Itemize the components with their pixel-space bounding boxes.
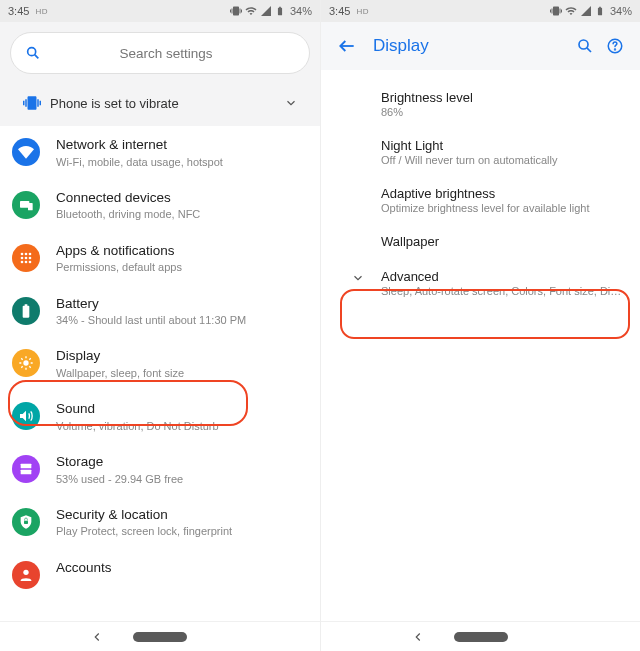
svg-line-20 bbox=[587, 48, 591, 52]
item-title: Wallpaper bbox=[381, 234, 626, 249]
display-item[interactable]: Night LightOff / Will never turn on auto… bbox=[321, 128, 640, 176]
item-title: Security & location bbox=[56, 506, 306, 524]
status-hd: HD bbox=[356, 7, 369, 16]
item-title: Battery bbox=[56, 295, 306, 313]
settings-item-sound[interactable]: SoundVolume, vibration, Do Not Disturb bbox=[0, 390, 320, 443]
item-subtitle: 53% used - 29.94 GB free bbox=[56, 472, 306, 486]
storage-icon bbox=[12, 455, 40, 483]
nav-back-button[interactable] bbox=[411, 630, 425, 644]
svg-point-13 bbox=[23, 361, 28, 366]
help-button[interactable] bbox=[600, 31, 630, 61]
svg-point-17 bbox=[23, 569, 28, 574]
page-title: Display bbox=[373, 36, 570, 56]
item-title: Connected devices bbox=[56, 189, 306, 207]
settings-item-display[interactable]: DisplayWallpaper, sleep, font size bbox=[0, 337, 320, 390]
display-item[interactable]: Brightness level86% bbox=[321, 80, 640, 128]
settings-list: Network & internetWi-Fi, mobile, data us… bbox=[0, 126, 320, 621]
chevron-down-icon bbox=[351, 269, 381, 285]
nav-bar bbox=[0, 621, 320, 651]
display-icon bbox=[12, 349, 40, 377]
item-subtitle: Permissions, default apps bbox=[56, 260, 306, 274]
svg-point-0 bbox=[28, 48, 36, 56]
display-settings-screen: 3:45 HD 34% Display Brightness level86%N… bbox=[320, 0, 640, 651]
svg-rect-15 bbox=[21, 470, 32, 475]
status-hd: HD bbox=[35, 7, 48, 16]
search-button[interactable] bbox=[570, 31, 600, 61]
svg-rect-14 bbox=[21, 464, 32, 469]
svg-rect-3 bbox=[28, 203, 33, 210]
app-bar: Display bbox=[321, 22, 640, 70]
wifi-icon bbox=[12, 138, 40, 166]
item-title: Accounts bbox=[56, 559, 306, 577]
status-bar: 3:45 HD 34% bbox=[321, 0, 640, 22]
signal-icon bbox=[260, 5, 272, 17]
settings-item-security[interactable]: Security & locationPlay Protect, screen … bbox=[0, 496, 320, 549]
item-subtitle: Play Protect, screen lock, fingerprint bbox=[56, 524, 306, 538]
wifi-icon bbox=[245, 5, 257, 17]
battery-icon bbox=[275, 5, 285, 17]
search-input[interactable]: Search settings bbox=[10, 32, 310, 74]
item-title: Night Light bbox=[381, 138, 626, 153]
vibrate-label: Phone is set to vibrate bbox=[50, 96, 284, 111]
nav-back-button[interactable] bbox=[90, 630, 104, 644]
item-title: Display bbox=[56, 347, 306, 365]
nav-home-pill[interactable] bbox=[133, 632, 187, 642]
status-clock: 3:45 bbox=[8, 5, 29, 17]
display-item[interactable]: Adaptive brightnessOptimize brightness l… bbox=[321, 176, 640, 224]
svg-rect-16 bbox=[24, 521, 28, 524]
svg-point-10 bbox=[21, 260, 24, 263]
display-item[interactable]: Wallpaper bbox=[321, 224, 640, 259]
svg-line-1 bbox=[35, 55, 39, 59]
item-title: Apps & notifications bbox=[56, 242, 306, 260]
item-subtitle: Sleep, Auto-rotate screen, Colors, Font … bbox=[381, 285, 626, 297]
settings-item-apps[interactable]: Apps & notificationsPermissions, default… bbox=[0, 232, 320, 285]
display-item-advanced[interactable]: AdvancedSleep, Auto-rotate screen, Color… bbox=[321, 259, 640, 307]
vibrate-banner[interactable]: Phone is set to vibrate bbox=[10, 80, 310, 126]
status-bar: 3:45 HD 34% bbox=[0, 0, 320, 22]
item-title: Sound bbox=[56, 400, 306, 418]
nav-home-pill[interactable] bbox=[454, 632, 508, 642]
item-title: Storage bbox=[56, 453, 306, 471]
vibrate-icon bbox=[230, 5, 242, 17]
back-button[interactable] bbox=[331, 30, 363, 62]
settings-item-storage[interactable]: Storage53% used - 29.94 GB free bbox=[0, 443, 320, 496]
settings-main-screen: 3:45 HD 34% Search settings Phone is set… bbox=[0, 0, 320, 651]
vibrate-icon bbox=[550, 5, 562, 17]
item-subtitle: 34% - Should last until about 11:30 PM bbox=[56, 313, 306, 327]
security-icon bbox=[12, 508, 40, 536]
svg-point-19 bbox=[579, 40, 588, 49]
svg-point-4 bbox=[21, 252, 24, 255]
battery-percent: 34% bbox=[290, 5, 312, 17]
svg-rect-2 bbox=[20, 201, 29, 208]
devices-icon bbox=[12, 191, 40, 219]
item-title: Brightness level bbox=[381, 90, 626, 105]
display-options-list: Brightness level86%Night LightOff / Will… bbox=[321, 70, 640, 621]
wifi-icon bbox=[565, 5, 577, 17]
settings-item-devices[interactable]: Connected devicesBluetooth, driving mode… bbox=[0, 179, 320, 232]
svg-point-6 bbox=[29, 252, 32, 255]
nav-bar bbox=[321, 621, 640, 651]
battery-percent: 34% bbox=[610, 5, 632, 17]
status-icons: 34% bbox=[550, 5, 632, 17]
status-clock: 3:45 bbox=[329, 5, 350, 17]
chevron-down-icon bbox=[284, 96, 306, 110]
item-subtitle: Wi-Fi, mobile, data usage, hotspot bbox=[56, 155, 306, 169]
svg-point-22 bbox=[615, 49, 616, 50]
svg-point-8 bbox=[25, 256, 28, 259]
settings-item-accounts[interactable]: Accounts bbox=[0, 549, 320, 599]
item-subtitle: Off / Will never turn on automatically bbox=[381, 154, 626, 166]
svg-point-11 bbox=[25, 260, 28, 263]
settings-item-wifi[interactable]: Network & internetWi-Fi, mobile, data us… bbox=[0, 126, 320, 179]
battery-icon bbox=[12, 297, 40, 325]
item-subtitle: Bluetooth, driving mode, NFC bbox=[56, 207, 306, 221]
vibrate-icon bbox=[14, 94, 50, 112]
settings-item-battery[interactable]: Battery34% - Should last until about 11:… bbox=[0, 285, 320, 338]
item-title: Adaptive brightness bbox=[381, 186, 626, 201]
signal-icon bbox=[580, 5, 592, 17]
accounts-icon bbox=[12, 561, 40, 589]
item-subtitle: Optimize brightness level for available … bbox=[381, 202, 626, 214]
svg-point-9 bbox=[29, 256, 32, 259]
battery-icon bbox=[595, 5, 605, 17]
search-placeholder: Search settings bbox=[55, 46, 277, 61]
item-subtitle: Wallpaper, sleep, font size bbox=[56, 366, 306, 380]
